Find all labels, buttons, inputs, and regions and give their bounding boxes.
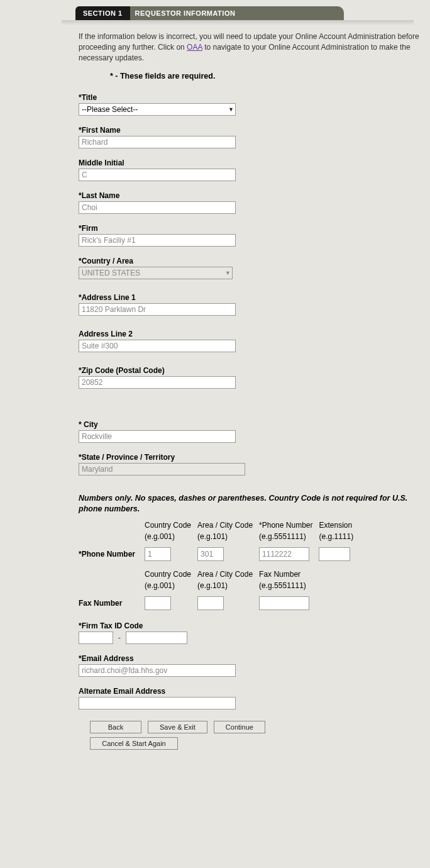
firm-label: *Firm xyxy=(79,224,430,233)
phone-number-input[interactable] xyxy=(259,547,309,561)
cancel-start-again-button[interactable]: Cancel & Start Again xyxy=(90,737,178,750)
last-name-input[interactable] xyxy=(79,201,236,214)
zip-label: *Zip Code (Postal Code) xyxy=(79,366,430,375)
back-button[interactable]: Back xyxy=(90,721,141,733)
email-input[interactable] xyxy=(79,664,236,677)
fax-area-hint: (e.g.101) xyxy=(197,580,259,595)
phone-ext-header: Extension xyxy=(319,521,360,531)
continue-button[interactable]: Continue xyxy=(214,721,265,733)
section-header: SECTION 1 REQUESTOR INFORMATION xyxy=(75,6,430,20)
section-tab-number: SECTION 1 xyxy=(75,6,130,20)
zip-input[interactable] xyxy=(79,376,236,389)
country-label: *Country / Area xyxy=(79,257,430,265)
address1-input[interactable] xyxy=(79,303,236,316)
phone-area-header: Area / City Code xyxy=(197,521,259,531)
fax-row-label: Fax Number xyxy=(79,595,145,611)
fax-number-input[interactable] xyxy=(259,596,309,610)
oaa-link[interactable]: OAA xyxy=(187,43,202,52)
first-name-input[interactable] xyxy=(79,136,236,148)
firm-tax-b-input[interactable] xyxy=(126,632,187,644)
phone-number-header: *Phone Number xyxy=(259,521,319,531)
fax-country-header: Country Code xyxy=(145,570,197,580)
city-input[interactable] xyxy=(79,430,236,443)
fax-area-header: Area / City Code xyxy=(197,570,259,580)
phone-number-hint: (e.g.5551111) xyxy=(259,531,319,546)
save-exit-button[interactable]: Save & Exit xyxy=(148,721,207,733)
first-name-label: *First Name xyxy=(79,126,430,135)
firm-tax-label: *Firm Tax ID Code xyxy=(79,621,430,630)
phone-area-input[interactable] xyxy=(197,547,224,561)
fax-number-header: Fax Number xyxy=(259,570,319,580)
phone-country-header: Country Code xyxy=(145,521,197,531)
fax-country-hint: (e.g.001) xyxy=(145,580,197,595)
last-name-label: *Last Name xyxy=(79,191,430,200)
phone-format-note: Numbers only. No spaces, dashes or paren… xyxy=(79,493,430,515)
fax-number-hint: (e.g.5551111) xyxy=(259,580,319,595)
address2-input[interactable] xyxy=(79,340,236,352)
city-label: * City xyxy=(79,420,430,429)
phone-ext-input[interactable] xyxy=(319,547,350,561)
alt-email-label: Alternate Email Address xyxy=(79,687,430,696)
title-label: *Title xyxy=(79,93,430,102)
state-input[interactable] xyxy=(79,463,245,476)
address1-label: *Address Line 1 xyxy=(79,293,430,302)
tax-separator: - xyxy=(118,633,121,642)
required-fields-note: * - These fields are required. xyxy=(110,72,430,81)
firm-input[interactable] xyxy=(79,234,236,247)
title-select[interactable] xyxy=(79,103,236,116)
phone-ext-hint: (e.g.1111) xyxy=(319,531,360,546)
country-select[interactable] xyxy=(79,267,233,279)
firm-tax-a-input[interactable] xyxy=(79,632,113,644)
phone-row-label: *Phone Number xyxy=(79,546,145,562)
section-tab-title: REQUESTOR INFORMATION xyxy=(130,6,344,20)
address2-label: Address Line 2 xyxy=(79,330,430,338)
middle-initial-input[interactable] xyxy=(79,169,236,181)
state-label: *State / Province / Territory xyxy=(79,453,430,462)
fax-area-input[interactable] xyxy=(197,596,224,610)
phone-area-hint: (e.g.101) xyxy=(197,531,259,546)
phone-country-input[interactable] xyxy=(145,547,171,561)
header-shadow xyxy=(62,20,414,25)
instructions-text: If the information below is incorrect, y… xyxy=(79,31,430,63)
fax-country-input[interactable] xyxy=(145,596,171,610)
email-label: *Email Address xyxy=(79,654,430,663)
middle-initial-label: Middle Initial xyxy=(79,159,430,167)
phone-country-hint: (e.g.001) xyxy=(145,531,197,546)
alt-email-input[interactable] xyxy=(79,697,236,709)
